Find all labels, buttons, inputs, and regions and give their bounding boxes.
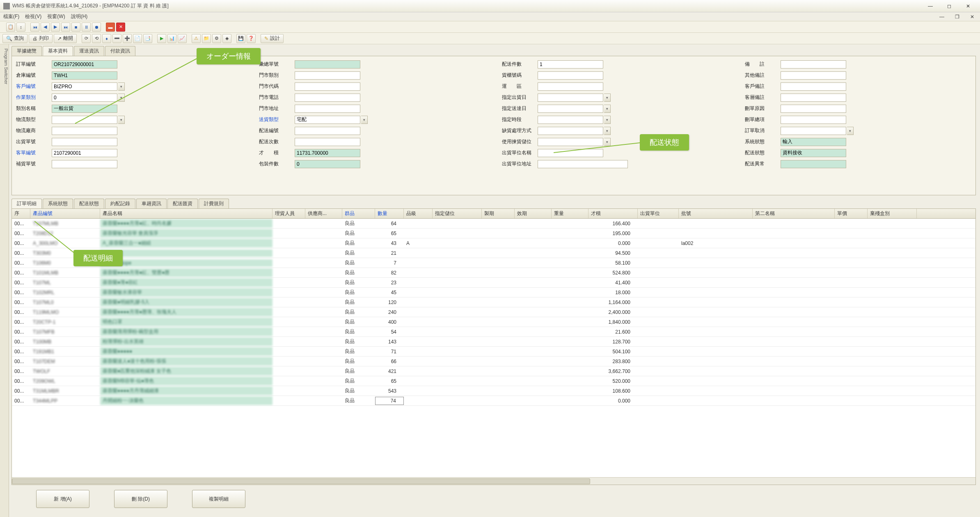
tool-k-icon[interactable]: ⚠ [192,34,201,43]
tool-m-icon[interactable]: ⚙ [212,34,221,43]
field-input[interactable] [781,60,846,69]
field-input[interactable] [538,116,603,124]
mdi-close[interactable]: ✕ [968,14,977,20]
col-unit-price[interactable]: 單價 [835,209,868,218]
col-weight[interactable]: 重量 [552,209,588,218]
tool-prev-icon[interactable]: ◀ [41,23,50,32]
table-row[interactable]: 00...T344MLPP丹開細粉一-淡蘭色良品740.000 [12,396,975,406]
field-input[interactable] [781,127,846,135]
col-qty[interactable]: 數量 [375,209,404,218]
col-volume[interactable]: 才積 [588,209,638,218]
delete-button[interactable]: 刪 除(D) [114,490,167,508]
col-second-name[interactable]: 第二名稱 [753,209,835,218]
col-seq[interactable]: 序 [12,209,30,218]
tool-l-icon[interactable]: 📁 [202,34,211,43]
tool-g-icon[interactable]: 📑 [143,34,152,43]
exit-button[interactable]: ↗離開 [54,34,77,43]
tab-billing-rules[interactable]: 計費規則 [199,199,229,208]
tool-o-icon[interactable]: 💾 [236,34,245,43]
menu-window[interactable]: 視窗(W) [47,13,65,20]
tab-ship-summary[interactable]: 配送匯資 [167,199,198,208]
field-input[interactable] [781,94,846,102]
tab-sys-status[interactable]: 系統狀態 [43,199,73,208]
dropdown-icon[interactable]: ▾ [361,116,368,124]
dropdown-icon[interactable]: ▾ [118,82,125,91]
tab-overview[interactable]: 單據總覽 [11,46,42,56]
tool-d-icon[interactable]: ➖ [112,34,121,43]
col-grade[interactable]: 品級 [404,209,433,218]
menu-file[interactable]: 檔案(F) [3,13,19,20]
field-input[interactable] [52,82,117,91]
field-input[interactable] [52,160,117,168]
minimize-button[interactable]: — [922,2,939,11]
field-input[interactable] [295,138,360,146]
query-button[interactable]: 🔍查詢 [2,34,27,43]
field-input[interactable] [538,127,603,135]
tool-n-icon[interactable]: ◈ [222,34,231,43]
tool-b-icon[interactable]: ⟲ [92,34,101,43]
mdi-restore[interactable]: ❐ [953,14,962,20]
table-row[interactable]: 00...T191MB1葆蓉蘭●●●●●良品71504.100 [12,347,975,357]
col-group[interactable]: 群品 [342,209,375,218]
col-supplier[interactable]: 供應商... [305,209,342,218]
table-row[interactable]: 00...T101MLMB葆蓉蘭●●●●月薄●紅、雙唇●唇良品82524.800 [12,268,975,278]
copy-detail-button[interactable]: 複製明細 [192,490,245,508]
tab-ship-status[interactable]: 配送狀態 [74,199,104,208]
table-row[interactable]: 00...T107MFB葆蓉蘭薄用彈粉-碗型盒用良品5421.600 [12,327,975,337]
tool-last-icon[interactable]: ⏭ [61,23,70,32]
field-input[interactable] [781,105,846,113]
field-input[interactable] [538,160,628,168]
tool-c-icon[interactable]: ♦ [102,34,111,43]
field-input[interactable] [538,71,603,80]
tool-cancel-icon[interactable]: ▬ [106,23,115,32]
table-row[interactable]: 00...T107ML葆蓉蘭●薄●容紅良品2341.400 [12,278,975,288]
table-row[interactable]: 00...T102MRL葆蓉蘭敏水漆容華良品4518.000 [12,288,975,297]
col-scrap-bin[interactable]: 棄殘盒別 [868,209,917,218]
dropdown-icon[interactable]: ▾ [118,116,125,124]
tool-copy-icon[interactable]: 📋 [6,23,15,32]
tab-shipping[interactable]: 運送資訊 [74,46,104,56]
field-input[interactable] [295,105,360,113]
table-row[interactable]: 00...TWOLF葆蓉蘭●匹重他深粉絨漆 女子色良品4213,662.700 [12,366,975,376]
field-input[interactable] [538,60,603,69]
grid-body[interactable]: 00...T107MLMB葆蓉蘭●●●●月薄●紅、時尚名媛良品64166.400… [12,219,975,477]
field-input[interactable] [295,60,360,69]
field-input[interactable] [295,149,360,157]
print-button[interactable]: 🖨列印 [29,34,53,43]
field-input[interactable] [295,127,360,135]
field-input[interactable] [781,116,846,124]
mdi-minimize[interactable]: — [937,14,947,20]
col-location[interactable]: 指定儲位 [433,209,482,218]
tool-first-icon[interactable]: ⏮ [30,23,39,32]
col-product-name[interactable]: 產品名稱 [100,209,272,218]
field-input[interactable] [538,138,603,146]
field-input[interactable] [781,160,846,168]
table-row[interactable]: 00...T119MLMO葆蓉蘭●●●●月薄●唇薄、玫瑰夫人良品2402,400… [12,307,975,317]
tool-a-icon[interactable]: ⟳ [82,34,91,43]
col-mfg-date[interactable]: 製期 [482,209,515,218]
col-lot[interactable]: 批號 [679,209,753,218]
field-input[interactable] [52,149,117,157]
menu-help[interactable]: 說明(H) [71,13,88,20]
table-row[interactable]: 00...A_300LMOA_葆蓉蘭三合一●細組良品43A0.000la002 [12,238,975,248]
field-input[interactable] [538,94,603,102]
tool-f-icon[interactable]: 📄 [133,34,142,43]
tab-basic-info[interactable]: 基本資料 [43,46,73,56]
side-tab-program-switcher[interactable]: Program Switcher [0,44,9,517]
field-input[interactable] [52,71,117,80]
field-input[interactable] [52,127,117,135]
tab-truck-info[interactable]: 車趟資訊 [136,199,167,208]
field-input[interactable] [295,94,360,102]
field-input[interactable] [52,138,117,146]
tab-payment[interactable]: 付款資訊 [105,46,135,56]
table-row[interactable]: 00...T20CTP-1明色口罩良品4001,840.000 [12,317,975,327]
field-input[interactable] [52,105,117,113]
tool-delete-icon[interactable]: ✕ [116,23,125,32]
maximize-button[interactable]: ◻ [941,2,958,11]
tool-h-icon[interactable]: ▶ [157,34,166,43]
tool-next-icon[interactable]: ▶ [51,23,60,32]
dropdown-icon[interactable]: ▾ [604,105,611,113]
dropdown-icon[interactable]: ▾ [604,138,611,146]
dropdown-icon[interactable]: ▾ [847,127,854,135]
tool-pause-icon[interactable]: ⏸ [82,23,91,32]
